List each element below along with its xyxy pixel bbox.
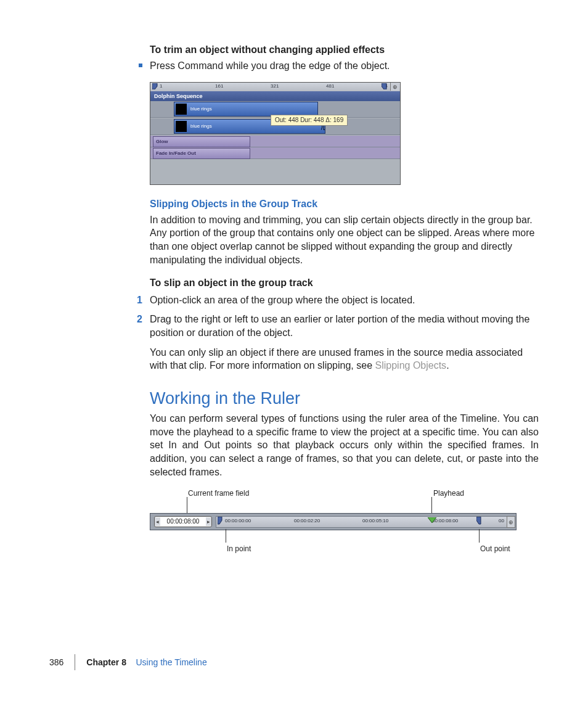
paragraph: In addition to moving and trimming, you …: [150, 213, 539, 266]
content-area: To trim an object without changing appli…: [150, 43, 539, 556]
clip-thumbnail: [176, 104, 187, 115]
callout-leader: [431, 497, 432, 514]
ruler-label: 00:00:00:00: [225, 518, 251, 525]
task-heading-trim: To trim an object without changing appli…: [150, 43, 539, 57]
paragraph: You can only slip an object if there are…: [150, 346, 539, 372]
current-frame-field[interactable]: ◂ 00:00:08:00 ▸: [154, 516, 212, 527]
figure-timeline-trim: 1 161 321 481 64 ⊕ Dolphin Sequence blue…: [150, 82, 401, 185]
page-number: 386: [49, 657, 63, 668]
svg-marker-3: [428, 517, 436, 523]
note-text-a: You can only slip an object if there are…: [150, 347, 523, 371]
callout-leader: [479, 529, 480, 543]
behavior-clip: Fade In/Fade Out: [153, 148, 250, 159]
clip-label: blue rings: [190, 123, 212, 130]
ruler-body: ◂ 00:00:08:00 ▸ 00:00:00:00 00:00:02:20 …: [150, 513, 517, 530]
list-item: 2 Drag to the right or left to use an ea…: [150, 313, 539, 339]
bullet-item: Press Command while you drag the edge of…: [150, 59, 539, 73]
ruler-tick: 481: [326, 83, 334, 90]
figure-ruler: Current frame field Playhead ◂ 00:00:08:…: [150, 488, 517, 556]
note-text-b: .: [446, 360, 449, 371]
cross-ref-link[interactable]: Slipping Objects: [375, 360, 447, 371]
step-text: Drag to the right or left to use an earl…: [150, 313, 539, 339]
in-point-marker-icon: [218, 517, 223, 528]
ruler-label: 00: [499, 518, 504, 525]
subheading-slipping: Slipping Objects in the Group Track: [150, 197, 539, 211]
out-marker-icon: [382, 83, 388, 89]
current-frame-value: 00:00:08:00: [160, 517, 206, 526]
behavior-row: Fade In/Fade Out: [150, 147, 400, 159]
playhead-icon: [428, 516, 436, 526]
ruler-label: 00:00:02:20: [294, 518, 320, 525]
svg-marker-2: [218, 517, 222, 524]
footer-divider: [75, 654, 75, 670]
step-left-icon[interactable]: ◂: [155, 517, 160, 526]
numbered-list: 1 Option-click an area of the group wher…: [150, 293, 539, 340]
step-number: 1: [134, 293, 142, 307]
document-page: To trim an object without changing appli…: [0, 0, 588, 706]
svg-marker-1: [382, 83, 386, 89]
svg-marker-0: [152, 83, 157, 89]
chapter-label: Chapter 8: [86, 657, 126, 667]
zoom-icon: ⊕: [390, 83, 399, 91]
page-footer: 386 Chapter 8 Using the Timeline: [49, 654, 207, 670]
group-header: Dolphin Sequence: [150, 91, 400, 102]
bullet-square-icon: [139, 64, 142, 67]
list-item: 1 Option-click an area of the group wher…: [150, 293, 539, 307]
zoom-icon: ⊕: [507, 516, 515, 528]
clip-label: blue rings: [190, 106, 212, 113]
ruler: 1 161 321 481 64 ⊕: [150, 83, 400, 92]
out-point-marker-icon: [476, 517, 482, 528]
clip-thumbnail: [176, 121, 187, 132]
timeline-ruler[interactable]: 00:00:00:00 00:00:02:20 00:00:05:10 00:0…: [216, 516, 507, 528]
callout-out-point: Out point: [480, 544, 510, 554]
section-heading-ruler: Working in the Ruler: [150, 387, 539, 409]
bullet-text: Press Command while you drag the edge of…: [150, 59, 390, 73]
ruler-tick: 321: [271, 83, 279, 90]
paragraph: You can perform several types of functio…: [150, 412, 539, 478]
behavior-row: Glow: [150, 136, 400, 147]
chapter-title: Using the Timeline: [136, 657, 207, 667]
ruler-tick: 161: [215, 83, 223, 90]
callout-leader: [226, 529, 226, 543]
step-text: Option-click an area of the group where …: [150, 293, 415, 307]
callout-playhead: Playhead: [433, 488, 464, 498]
ruler-tick: 1: [160, 83, 162, 90]
group-name: Dolphin Sequence: [154, 92, 203, 100]
trim-tooltip: Out: 448 Dur: 448 Δ: 169: [271, 115, 348, 126]
callout-current-frame: Current frame field: [188, 488, 249, 498]
behavior-clip: Glow: [153, 136, 250, 147]
step-number: 2: [134, 313, 142, 339]
callout-in-point: In point: [227, 544, 251, 554]
task-heading-slip: To slip an object in the group track: [150, 276, 539, 290]
ruler-label: 00:00:05:10: [362, 518, 388, 525]
in-marker-icon: [152, 83, 158, 89]
svg-marker-4: [476, 517, 481, 524]
step-right-icon[interactable]: ▸: [206, 517, 211, 526]
